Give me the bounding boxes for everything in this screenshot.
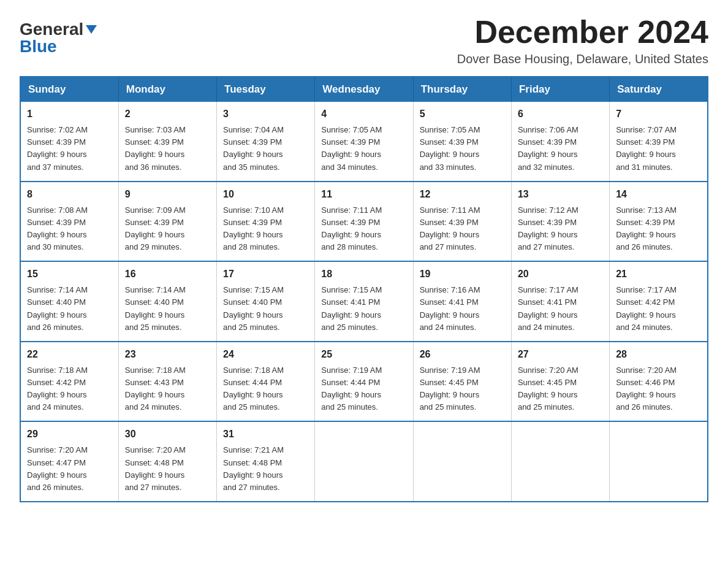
day-number: 29 (27, 427, 112, 442)
title-area: December 2024 Dover Base Housing, Delawa… (457, 15, 708, 66)
day-number: 4 (321, 107, 406, 121)
day-number: 8 (27, 187, 112, 202)
calendar-cell: 11 Sunrise: 7:11 AMSunset: 4:39 PMDaylig… (315, 182, 413, 262)
day-info: Sunrise: 7:18 AMSunset: 4:42 PMDaylight:… (27, 366, 88, 412)
logo-triangle-icon (86, 25, 97, 34)
day-info: Sunrise: 7:19 AMSunset: 4:44 PMDaylight:… (321, 366, 382, 412)
calendar-cell (610, 421, 708, 502)
calendar-cell: 21 Sunrise: 7:17 AMSunset: 4:42 PMDaylig… (610, 261, 708, 342)
location-subtitle: Dover Base Housing, Delaware, United Sta… (457, 52, 708, 66)
calendar-cell: 27 Sunrise: 7:20 AMSunset: 4:45 PMDaylig… (511, 342, 609, 422)
calendar-week-row: 1 Sunrise: 7:02 AMSunset: 4:39 PMDayligh… (20, 102, 708, 182)
day-info: Sunrise: 7:13 AMSunset: 4:39 PMDaylight:… (616, 205, 677, 251)
day-number: 20 (518, 267, 603, 282)
weekday-header-monday: Monday (118, 77, 216, 102)
calendar-cell (315, 421, 413, 502)
calendar-cell: 26 Sunrise: 7:19 AMSunset: 4:45 PMDaylig… (413, 342, 511, 422)
calendar-cell: 22 Sunrise: 7:18 AMSunset: 4:42 PMDaylig… (20, 342, 118, 422)
day-info: Sunrise: 7:15 AMSunset: 4:41 PMDaylight:… (321, 285, 382, 331)
calendar-cell: 24 Sunrise: 7:18 AMSunset: 4:44 PMDaylig… (217, 342, 315, 422)
day-number: 11 (321, 187, 406, 202)
calendar-cell: 30 Sunrise: 7:20 AMSunset: 4:48 PMDaylig… (118, 421, 216, 502)
calendar-cell: 23 Sunrise: 7:18 AMSunset: 4:43 PMDaylig… (118, 342, 216, 422)
calendar-cell: 31 Sunrise: 7:21 AMSunset: 4:48 PMDaylig… (217, 421, 315, 502)
day-info: Sunrise: 7:18 AMSunset: 4:43 PMDaylight:… (125, 366, 186, 412)
day-number: 31 (223, 427, 308, 442)
calendar-week-row: 15 Sunrise: 7:14 AMSunset: 4:40 PMDaylig… (20, 261, 708, 342)
day-info: Sunrise: 7:10 AMSunset: 4:39 PMDaylight:… (223, 205, 284, 251)
day-info: Sunrise: 7:20 AMSunset: 4:48 PMDaylight:… (125, 445, 186, 491)
calendar-cell: 13 Sunrise: 7:12 AMSunset: 4:39 PMDaylig… (511, 182, 609, 262)
day-info: Sunrise: 7:12 AMSunset: 4:39 PMDaylight:… (518, 205, 578, 251)
day-number: 30 (125, 427, 210, 442)
day-info: Sunrise: 7:17 AMSunset: 4:42 PMDaylight:… (616, 285, 677, 331)
day-info: Sunrise: 7:14 AMSunset: 4:40 PMDaylight:… (27, 285, 88, 331)
day-info: Sunrise: 7:17 AMSunset: 4:41 PMDaylight:… (518, 285, 578, 331)
day-number: 25 (321, 347, 406, 362)
day-info: Sunrise: 7:05 AMSunset: 4:39 PMDaylight:… (420, 125, 480, 171)
calendar-cell: 28 Sunrise: 7:20 AMSunset: 4:46 PMDaylig… (610, 342, 708, 422)
day-number: 3 (223, 107, 308, 121)
calendar-cell: 18 Sunrise: 7:15 AMSunset: 4:41 PMDaylig… (315, 261, 413, 342)
day-number: 7 (616, 107, 701, 121)
calendar-table: SundayMondayTuesdayWednesdayThursdayFrid… (20, 76, 708, 502)
calendar-cell: 16 Sunrise: 7:14 AMSunset: 4:40 PMDaylig… (118, 261, 216, 342)
calendar-week-row: 29 Sunrise: 7:20 AMSunset: 4:47 PMDaylig… (20, 421, 708, 502)
day-info: Sunrise: 7:16 AMSunset: 4:41 PMDaylight:… (420, 285, 480, 331)
calendar-cell (511, 421, 609, 502)
calendar-cell: 7 Sunrise: 7:07 AMSunset: 4:39 PMDayligh… (610, 102, 708, 182)
day-info: Sunrise: 7:19 AMSunset: 4:45 PMDaylight:… (420, 366, 480, 412)
weekday-header-friday: Friday (511, 77, 609, 102)
day-info: Sunrise: 7:09 AMSunset: 4:39 PMDaylight:… (125, 205, 186, 251)
day-number: 21 (616, 267, 701, 282)
month-title: December 2024 (457, 15, 708, 50)
day-number: 28 (616, 347, 701, 362)
day-number: 16 (125, 267, 210, 282)
day-number: 2 (125, 107, 210, 121)
logo: General Blue (20, 20, 98, 56)
day-number: 23 (125, 347, 210, 362)
calendar-cell: 8 Sunrise: 7:08 AMSunset: 4:39 PMDayligh… (20, 182, 118, 262)
day-number: 26 (420, 347, 505, 362)
calendar-cell: 2 Sunrise: 7:03 AMSunset: 4:39 PMDayligh… (118, 102, 216, 182)
day-info: Sunrise: 7:03 AMSunset: 4:39 PMDaylight:… (125, 125, 186, 171)
calendar-cell: 29 Sunrise: 7:20 AMSunset: 4:47 PMDaylig… (20, 421, 118, 502)
day-number: 1 (27, 107, 112, 121)
day-info: Sunrise: 7:20 AMSunset: 4:45 PMDaylight:… (518, 366, 578, 412)
weekday-header-row: SundayMondayTuesdayWednesdayThursdayFrid… (20, 77, 708, 102)
day-number: 27 (518, 347, 603, 362)
day-number: 18 (321, 267, 406, 282)
weekday-header-thursday: Thursday (413, 77, 511, 102)
weekday-header-wednesday: Wednesday (315, 77, 413, 102)
logo-blue-text: Blue (20, 37, 57, 56)
weekday-header-saturday: Saturday (610, 77, 708, 102)
calendar-cell: 15 Sunrise: 7:14 AMSunset: 4:40 PMDaylig… (20, 261, 118, 342)
calendar-week-row: 22 Sunrise: 7:18 AMSunset: 4:42 PMDaylig… (20, 342, 708, 422)
day-info: Sunrise: 7:07 AMSunset: 4:39 PMDaylight:… (616, 125, 677, 171)
day-number: 24 (223, 347, 308, 362)
calendar-cell: 14 Sunrise: 7:13 AMSunset: 4:39 PMDaylig… (610, 182, 708, 262)
day-number: 19 (420, 267, 505, 282)
day-info: Sunrise: 7:18 AMSunset: 4:44 PMDaylight:… (223, 366, 284, 412)
calendar-cell: 6 Sunrise: 7:06 AMSunset: 4:39 PMDayligh… (511, 102, 609, 182)
day-number: 12 (420, 187, 505, 202)
calendar-week-row: 8 Sunrise: 7:08 AMSunset: 4:39 PMDayligh… (20, 182, 708, 262)
day-number: 14 (616, 187, 701, 202)
day-info: Sunrise: 7:08 AMSunset: 4:39 PMDaylight:… (27, 205, 88, 251)
calendar-cell: 1 Sunrise: 7:02 AMSunset: 4:39 PMDayligh… (20, 102, 118, 182)
day-number: 6 (518, 107, 603, 121)
day-info: Sunrise: 7:14 AMSunset: 4:40 PMDaylight:… (125, 285, 186, 331)
calendar-cell: 12 Sunrise: 7:11 AMSunset: 4:39 PMDaylig… (413, 182, 511, 262)
day-number: 22 (27, 347, 112, 362)
calendar-cell: 4 Sunrise: 7:05 AMSunset: 4:39 PMDayligh… (315, 102, 413, 182)
day-info: Sunrise: 7:06 AMSunset: 4:39 PMDaylight:… (518, 125, 578, 171)
day-info: Sunrise: 7:11 AMSunset: 4:39 PMDaylight:… (321, 205, 382, 251)
calendar-cell: 5 Sunrise: 7:05 AMSunset: 4:39 PMDayligh… (413, 102, 511, 182)
day-info: Sunrise: 7:20 AMSunset: 4:47 PMDaylight:… (27, 445, 88, 491)
page-header: General Blue December 2024 Dover Base Ho… (20, 15, 708, 66)
calendar-cell: 10 Sunrise: 7:10 AMSunset: 4:39 PMDaylig… (217, 182, 315, 262)
calendar-cell: 3 Sunrise: 7:04 AMSunset: 4:39 PMDayligh… (217, 102, 315, 182)
day-info: Sunrise: 7:21 AMSunset: 4:48 PMDaylight:… (223, 445, 284, 491)
day-number: 10 (223, 187, 308, 202)
weekday-header-sunday: Sunday (20, 77, 118, 102)
